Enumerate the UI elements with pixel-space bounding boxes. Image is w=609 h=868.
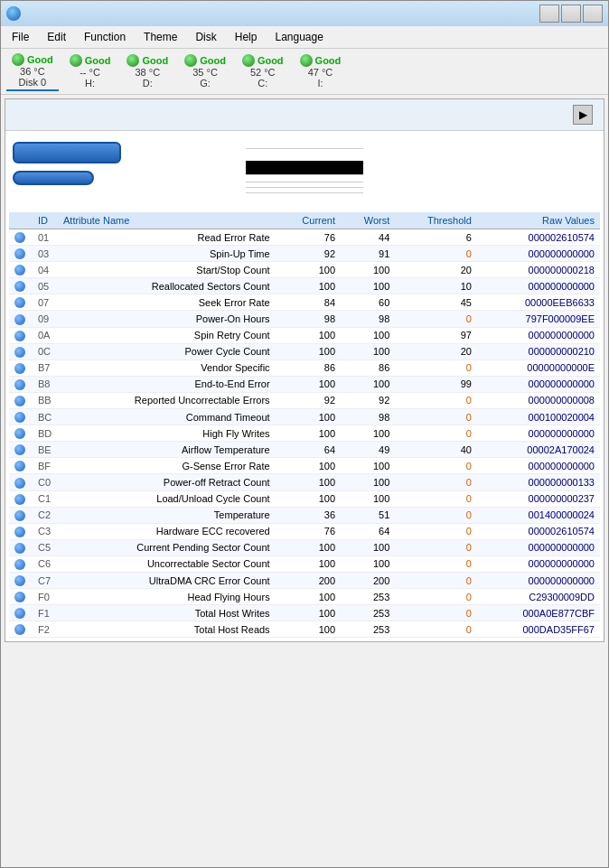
row-name: Start/Stop Count [58,262,276,278]
disk-item-c[interactable]: Good 52 °C C: [237,52,289,90]
features-value [246,201,253,202]
menu-bar: File Edit Function Theme Disk Help Langu… [1,26,608,49]
info-section [5,131,604,212]
health-status-value [13,142,121,163]
maximize-button[interactable] [561,5,581,23]
row-raw: 000002610574 [477,523,600,539]
disk-item-h[interactable]: Good -- °C H: [64,52,117,90]
row-worst: 100 [341,343,395,359]
table-row: C7 UltraDMA CRC Error Count 200 200 0 00… [9,572,600,588]
row-worst: 49 [341,442,395,458]
row-name: Command Timeout [58,409,276,425]
menu-help[interactable]: Help [228,28,265,46]
row-icon-cell [9,621,33,638]
table-row: C3 Hardware ECC recovered 76 64 0 000002… [9,523,600,539]
table-row: 04 Start/Stop Count 100 100 20 000000000… [9,262,600,278]
health-panel [13,138,139,205]
row-worst: 100 [341,458,395,474]
row-worst: 91 [341,246,395,262]
row-current: 92 [276,392,341,408]
table-header-row: ID Attribute Name Current Worst Threshol… [9,212,600,229]
menu-disk[interactable]: Disk [188,28,223,46]
menu-theme[interactable]: Theme [136,28,184,46]
row-icon-cell [9,425,33,442]
row-worst: 100 [341,262,395,278]
row-name: Airflow Temperature [58,442,276,458]
row-name: UltraDMA CRC Error Count [58,572,276,588]
row-worst: 44 [341,229,395,246]
attr-table: ID Attribute Name Current Worst Threshol… [9,212,600,638]
row-current: 100 [276,605,341,621]
disk-item-d[interactable]: Good 38 °C D: [121,52,173,90]
col-attr-name: Attribute Name [58,212,276,229]
row-worst: 64 [341,523,395,539]
table-row: C0 Power-off Retract Count 100 100 0 000… [9,474,600,490]
row-raw: 000000000133 [477,474,600,490]
row-worst: 98 [341,409,395,425]
driveletter-powerhours-row [146,191,596,193]
row-id: BF [33,458,58,474]
row-current: 100 [276,262,341,278]
row-threshold: 10 [395,278,477,294]
table-row: C2 Temperature 36 51 0 001400000024 [9,507,600,523]
minimize-button[interactable] [539,5,559,23]
firmware-row [146,138,596,156]
table-row: 01 Read Error Rate 76 44 6 000002610574 [9,229,600,246]
row-worst: 100 [341,327,395,343]
col-worst: Worst [341,212,395,229]
row-threshold: 0 [395,539,477,555]
row-id: BD [33,425,58,442]
row-raw: 000000000000 [477,555,600,572]
row-id: F2 [33,621,58,638]
row-name: Power-On Hours [58,311,276,327]
row-icon-cell [9,572,33,588]
row-icon-cell [9,246,33,262]
app-icon [6,6,21,21]
disk-item-i[interactable]: Good 47 °C I: [295,52,347,90]
row-worst: 100 [341,278,395,294]
row-threshold: 0 [395,409,477,425]
menu-function[interactable]: Function [77,28,133,46]
row-threshold: 97 [395,327,477,343]
row-icon-cell [9,376,33,392]
row-current: 76 [276,229,341,246]
close-button[interactable] [583,5,603,23]
row-worst: 51 [341,507,395,523]
serial-row [146,159,596,177]
attr-table-container: ID Attribute Name Current Worst Threshol… [5,212,604,641]
play-button[interactable]: ▶ [573,105,593,125]
row-icon-cell [9,409,33,425]
menu-language[interactable]: Language [267,28,330,46]
row-icon-cell [9,555,33,572]
row-threshold: 0 [395,507,477,523]
serial-value [246,161,363,175]
firmware-value [246,146,363,149]
row-raw: 00000EEB6633 [477,294,600,311]
disk-bar: Good 36 °C Disk 0 Good -- °C H: Good 38 … [1,49,608,95]
row-id: BB [33,392,58,408]
disk-item-0[interactable]: Good 36 °C Disk 0 [6,51,59,91]
row-current: 76 [276,523,341,539]
col-current: Current [276,212,341,229]
row-worst: 253 [341,589,395,605]
row-raw: 000100020004 [477,409,600,425]
row-worst: 253 [341,605,395,621]
menu-file[interactable]: File [5,28,36,46]
row-icon-cell [9,359,33,376]
row-id: C7 [33,572,58,588]
table-row: 0A Spin Retry Count 100 100 97 000000000… [9,327,600,343]
disk-item-g[interactable]: Good 35 °C G: [179,52,231,90]
row-id: C3 [33,523,58,539]
row-current: 100 [276,376,341,392]
menu-edit[interactable]: Edit [40,28,73,46]
interface-value [246,180,363,182]
drive-letter-value [246,191,363,193]
row-worst: 253 [341,621,395,638]
title-bar-left [6,6,26,21]
table-row: B7 Vendor Specific 86 86 0 00000000000E [9,359,600,376]
row-id: BC [33,409,58,425]
standard-value [246,196,253,198]
row-threshold: 0 [395,523,477,539]
table-row: 03 Spin-Up Time 92 91 0 000000000000 [9,246,600,262]
row-icon-cell [9,229,33,246]
